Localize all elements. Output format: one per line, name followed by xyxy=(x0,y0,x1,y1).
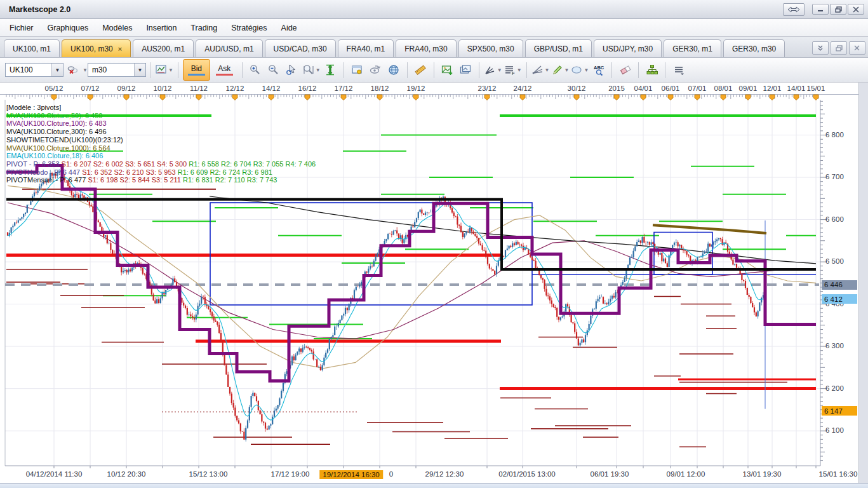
legend-text: MVA(UK100.Cloture,100): 6 483 xyxy=(6,119,107,127)
fan-lines-icon[interactable]: ▼ xyxy=(531,62,550,79)
tab-usd-cad-m30[interactable]: USD/CAD, m30 xyxy=(265,39,336,57)
restore-button[interactable] xyxy=(830,4,846,15)
chart-window[interactable]: 05/1207/1209/1210/1211/1212/1214/1216/12… xyxy=(0,83,868,483)
zoom-interval-icon[interactable]: ▼ xyxy=(302,62,321,79)
tab-label: USD/JPY, m30 xyxy=(603,44,653,53)
chart-type-icon[interactable]: ▼ xyxy=(155,62,173,79)
svg-text:F: F xyxy=(512,71,515,76)
chevron-down-icon[interactable]: ▼ xyxy=(51,64,63,76)
tab-aus200-m1[interactable]: AUS200, m1 xyxy=(133,39,194,57)
fit-vertical-icon[interactable] xyxy=(322,62,339,79)
close-button[interactable] xyxy=(848,4,864,15)
menu-item-aide[interactable]: Aide xyxy=(274,20,304,36)
eye-refresh-icon[interactable] xyxy=(367,62,384,79)
tab-aud-usd-m1[interactable]: AUD/USD, m1 xyxy=(196,39,262,57)
axis-time-label: 10/12 20:30 xyxy=(107,470,146,478)
menu-item-insertion[interactable]: Insertion xyxy=(139,20,184,36)
axis-date-label: 14/12 xyxy=(262,85,281,92)
zoom-out-icon[interactable] xyxy=(265,62,283,79)
ellipse-icon[interactable]: ▼ xyxy=(570,62,589,79)
bid-button[interactable]: Bid xyxy=(183,59,210,81)
price-badge: 6 446 xyxy=(822,280,857,290)
text-abc-icon[interactable]: ABC xyxy=(590,62,607,79)
axis-time-label: 17/12 19:00 xyxy=(271,470,310,478)
axis-date-label: 12/01 xyxy=(763,85,782,92)
timeframe-select[interactable]: m30 ▼ xyxy=(88,63,146,77)
toolbar-separator xyxy=(434,62,434,78)
legend-text: MVA(UK100.Cloture,1000): 6 564 xyxy=(6,144,110,152)
add-image-icon[interactable] xyxy=(439,62,456,79)
tab-label: UK100, m30 xyxy=(70,44,113,53)
tab-fra40-m1[interactable]: FRA40, m1 xyxy=(338,39,394,57)
toolbar-separator xyxy=(407,62,408,78)
hierarchy-icon[interactable] xyxy=(643,62,660,79)
tab-fra40-m30[interactable]: FRA40, m30 xyxy=(396,39,456,57)
tab-ger30-m30[interactable]: GER30, m30 xyxy=(723,39,785,57)
chevron-down-icon[interactable]: ▼ xyxy=(584,67,589,73)
tab-label: GER30, m1 xyxy=(672,44,712,53)
legend-row: PIVOT - P: 6 353 S1: 6 207 S2: 6 002 S3:… xyxy=(6,160,316,168)
pencil-icon[interactable]: ▼ xyxy=(551,62,570,79)
legend-text: S1: 6 207 S2: 6 002 S3: 5 651 S4: 5 300 xyxy=(60,160,187,168)
chevron-down-icon[interactable]: ▼ xyxy=(497,67,502,73)
axis-date-label: 30/12 xyxy=(568,85,586,92)
axis-time-label: 15/12 13:00 xyxy=(189,470,228,478)
axis-price-label: 6 700 xyxy=(825,173,844,180)
indicator-list-icon[interactable]: F▼ xyxy=(504,62,522,79)
more-menu-icon[interactable] xyxy=(670,62,687,79)
frame-image-icon[interactable] xyxy=(457,62,474,79)
chevron-down-icon[interactable]: ▼ xyxy=(83,67,88,73)
axis-date-label: 08/01 xyxy=(714,85,733,92)
axis-date-label: 2015 xyxy=(608,85,625,92)
close-chart-button[interactable] xyxy=(849,41,865,55)
popup-window-icon[interactable] xyxy=(349,62,366,79)
toolbar-separator xyxy=(150,62,150,78)
menu-item-stratgies[interactable]: Stratégies xyxy=(224,20,274,36)
toolbar-separator xyxy=(479,62,479,78)
link-charts-button[interactable] xyxy=(64,62,81,79)
tab-label: UK100, m1 xyxy=(13,44,51,53)
zoom-in-icon[interactable] xyxy=(247,62,264,79)
chevron-down-icon[interactable]: ▼ xyxy=(316,67,321,73)
chevron-down-icon[interactable]: ▼ xyxy=(168,67,173,73)
chart-legend: [Modèle : 3pivots]MVA(UK100.Cloture,50):… xyxy=(6,104,316,184)
axis-date-label: 16/12 xyxy=(298,85,317,92)
tab-uk100-m1[interactable]: UK100, m1 xyxy=(4,39,60,57)
chevron-double-down-icon[interactable] xyxy=(812,41,829,55)
chevron-down-icon[interactable]: ▼ xyxy=(134,64,145,76)
symbol-select[interactable]: UK100 ▼ xyxy=(5,63,63,77)
tab-usd-jpy-m30[interactable]: USD/JPY, m30 xyxy=(594,39,662,57)
globe-icon[interactable] xyxy=(385,62,403,79)
close-tab-icon[interactable]: × xyxy=(118,45,122,53)
chevron-down-icon[interactable]: ▼ xyxy=(564,67,570,73)
axis-time-label: 09/01 12:00 xyxy=(667,470,705,478)
axis-price-label: 6 800 xyxy=(825,131,844,139)
selected-time-label[interactable]: 19/12/2014 16:30 xyxy=(319,470,383,479)
bid-label: Bid xyxy=(191,64,202,73)
pointer-zoom-icon[interactable] xyxy=(284,62,301,79)
ruler-icon[interactable] xyxy=(412,62,429,79)
menu-item-trading[interactable]: Trading xyxy=(184,20,224,36)
tab-uk100-m30[interactable]: UK100, m30× xyxy=(62,39,131,57)
tab-ger30-m1[interactable]: GER30, m1 xyxy=(664,39,721,57)
eraser-icon[interactable] xyxy=(617,62,634,79)
menu-item-graphiques[interactable]: Graphiques xyxy=(41,20,96,36)
axis-price-label: 6 300 xyxy=(825,342,844,349)
menu-item-modles[interactable]: Modèles xyxy=(95,20,139,36)
tab-gbp-usd-m1[interactable]: GBP/USD, m1 xyxy=(525,39,592,57)
legend-row: SHOWTIMETOEND(UK100)(0:23:12) xyxy=(6,136,316,144)
toolbar-separator xyxy=(638,62,639,78)
minimize-button[interactable] xyxy=(812,4,829,15)
chevron-down-icon[interactable]: ▼ xyxy=(517,67,522,73)
chevron-down-icon[interactable]: ▼ xyxy=(545,67,550,73)
axis-date-label: 24/12 xyxy=(514,85,532,92)
indicator-fan-icon[interactable]: ▼ xyxy=(484,62,502,79)
tab-spx500-m30[interactable]: SPX500, m30 xyxy=(458,39,523,57)
menu-item-fichier[interactable]: Fichier xyxy=(3,20,41,36)
ask-button[interactable]: Ask xyxy=(211,60,237,80)
chart-right-gutter xyxy=(858,83,868,483)
price-badge: 6 412 xyxy=(822,294,857,304)
resize-horizontal-icon[interactable] xyxy=(783,3,805,16)
restore-chart-button[interactable] xyxy=(831,41,847,55)
price-badge: 6 147 xyxy=(822,406,857,416)
